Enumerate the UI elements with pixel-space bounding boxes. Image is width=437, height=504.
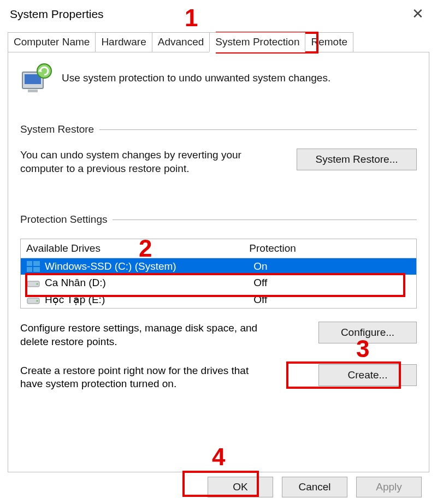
svg-rect-7 [27, 267, 32, 272]
close-icon[interactable]: ✕ [406, 4, 429, 23]
drive-label: Ca Nhân (D:) [45, 277, 249, 289]
restore-description: You can undo system changes by reverting… [20, 149, 250, 175]
svg-point-12 [36, 300, 38, 301]
cancel-button[interactable]: Cancel [282, 477, 347, 497]
hdd-icon [26, 294, 40, 306]
svg-rect-2 [28, 90, 38, 92]
svg-rect-6 [33, 261, 40, 266]
drive-row[interactable]: Ca Nhân (D:) Off [21, 275, 416, 291]
tab-content: Use system protection to undo unwanted s… [8, 52, 429, 472]
system-restore-button[interactable]: System Restore... [297, 149, 417, 170]
tab-hardware[interactable]: Hardware [95, 32, 152, 52]
hdd-icon [26, 277, 40, 289]
col-header-protection: Protection [249, 242, 411, 254]
apply-button[interactable]: Apply [356, 477, 422, 497]
svg-point-10 [36, 283, 38, 285]
tab-system-protection[interactable]: System Protection [209, 32, 305, 52]
tab-remote[interactable]: Remote [305, 32, 353, 52]
drive-row[interactable]: Windows-SSD (C:) (System) On [21, 258, 416, 275]
windows-drive-icon [26, 260, 40, 272]
drive-row[interactable]: Học Tập (E:) Off [21, 291, 416, 308]
group-protection-title: Protection Settings [20, 214, 107, 226]
svg-rect-5 [27, 261, 32, 266]
group-restore-title: System Restore [20, 123, 94, 135]
drive-label: Windows-SSD (C:) (System) [45, 260, 249, 272]
tab-computer-name[interactable]: Computer Name [8, 32, 96, 52]
intro-text: Use system protection to undo unwanted s… [62, 72, 330, 84]
configure-button[interactable]: Configure... [318, 322, 417, 343]
drive-label: Học Tập (E:) [45, 293, 249, 306]
create-button[interactable]: Create... [318, 364, 417, 386]
ok-button[interactable]: OK [208, 477, 273, 497]
configure-description: Configure restore settings, manage disk … [20, 322, 266, 348]
system-protection-icon [20, 62, 53, 94]
tab-advanced[interactable]: Advanced [152, 32, 210, 52]
drive-protection: On [253, 260, 411, 272]
create-description: Create a restore point right now for the… [20, 364, 266, 391]
drive-protection: Off [253, 277, 411, 289]
tab-strip: Computer Name Hardware Advanced System P… [8, 32, 437, 52]
col-header-drives: Available Drives [26, 242, 249, 254]
drives-listbox: Available Drives Protection Windows-SSD … [20, 239, 417, 309]
svg-rect-8 [33, 267, 40, 272]
drive-protection: Off [253, 294, 411, 306]
window-title: System Properties [10, 8, 104, 21]
